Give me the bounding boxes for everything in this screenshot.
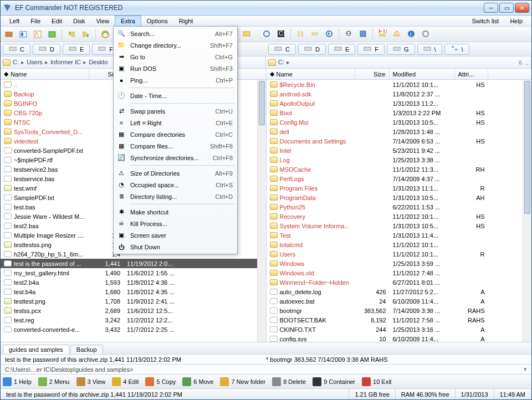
menu-item[interactable]: ▦Compare files...Shift+F8 — [115, 140, 236, 152]
command-line[interactable]: C:\Users\…er IC\Desktop\guides and sampl… — [1, 364, 531, 374]
breadcrumb[interactable]: Deskto — [89, 59, 108, 65]
file-row[interactable]: Windows1/25/2013 3:59 ... — [267, 259, 532, 268]
breadcrumb[interactable]: C: — [278, 59, 284, 65]
tool-icon[interactable] — [309, 28, 321, 40]
file-row[interactable]: Users11/1/2012 10:1...R — [267, 249, 532, 259]
tab[interactable]: Backup — [70, 345, 103, 354]
fkey-button[interactable]: 10 Exit — [362, 377, 392, 386]
tab[interactable]: guides and samples — [3, 345, 69, 354]
tool-icon[interactable] — [420, 28, 432, 40]
drive-button[interactable]: C — [268, 44, 296, 55]
file-row[interactable]: CKINFO.TXT2441/25/2013 3:16 ...A — [267, 325, 532, 334]
drive-button[interactable]: \ — [417, 44, 442, 55]
fkey-button[interactable]: 8 Delete — [272, 377, 306, 386]
tool-icon[interactable] — [391, 28, 403, 40]
menu-item[interactable]: ➡Go toCtrl+G — [115, 51, 236, 63]
breadcrumb[interactable]: C: — [13, 59, 19, 65]
file-row[interactable]: my_test_gallery.html1,49011/6/2012 1:55 … — [1, 268, 266, 278]
skull-icon[interactable] — [342, 28, 355, 40]
file-row[interactable]: Boot1/3/2013 2:22 PMHS — [267, 108, 532, 117]
file-row[interactable]: test.reg3,24211/2/2012 12:2... — [1, 315, 266, 325]
menu-item[interactable]: ▦Compare directoriesCtrl+C — [115, 129, 236, 140]
file-row[interactable]: ApolloOutput1/31/2013 11:2... — [267, 99, 532, 108]
menu-switch-list[interactable]: Switch list — [466, 16, 504, 26]
drive-button[interactable]: D — [33, 44, 60, 55]
file-row[interactable]: MSOCache11/1/2012 11:3...RH — [267, 165, 532, 174]
menu-disk[interactable]: Disk — [68, 16, 90, 26]
file-row[interactable]: $Recycle.Bin11/1/2012 10:1...HS — [267, 80, 532, 89]
menu-item[interactable]: ✱Make shortcut — [115, 206, 236, 218]
tool-icon[interactable] — [65, 28, 78, 40]
network-button[interactable]: \ — [444, 44, 469, 55]
scrollbar[interactable] — [523, 80, 531, 342]
file-row[interactable]: Config.Msi1/31/2013 10:5...HS — [267, 117, 532, 127]
tool-icon[interactable] — [323, 28, 335, 40]
column-header[interactable]: ◆Name Size Modified Attri... — [267, 69, 532, 80]
menu-help[interactable]: Help — [504, 16, 528, 26]
path-net[interactable]: \\ — [519, 59, 522, 66]
tool-icon[interactable] — [46, 28, 58, 40]
menu-item[interactable]: 🔍Search...Alt+F7 — [115, 28, 236, 39]
menu-view[interactable]: View — [90, 16, 115, 26]
fkey-button[interactable]: 1 Help — [3, 377, 32, 386]
file-row[interactable]: Documents and Settings7/14/2009 6:53 ...… — [267, 136, 532, 146]
extra-menu-dropdown[interactable]: 🔍Search...Alt+F7📁Change directory...Shif… — [113, 26, 238, 254]
tool-icon[interactable] — [32, 28, 44, 40]
menu-left[interactable]: Left — [4, 16, 25, 26]
menu-item[interactable]: ●Ping...Ctrl+P — [115, 74, 236, 86]
file-row[interactable]: auto_delete.log42611/27/2012 5:2...A — [267, 287, 532, 296]
file-row[interactable]: Log1/25/2013 3:38 ... — [267, 155, 532, 165]
file-row[interactable]: Winmend~Folder~Hidden6/27/2011 8:01 ... — [267, 278, 532, 287]
drive-button[interactable]: F — [357, 44, 385, 55]
tool-icon[interactable] — [3, 28, 15, 40]
file-row[interactable]: BOOTSECT.BAK8,19211/1/2012 7:58 ...RAHS — [267, 315, 532, 325]
file-row[interactable]: PerfLogs7/14/2009 4:37 ... — [267, 174, 532, 183]
file-row[interactable]: System Volume Informa...1/31/2013 10:5..… — [267, 221, 532, 230]
menu-right[interactable]: Right — [173, 16, 199, 26]
menu-item[interactable]: ≣Directory listing...Ctrl+D — [115, 191, 236, 202]
breadcrumb[interactable]: Users — [27, 59, 43, 65]
tool-icon[interactable] — [241, 28, 253, 40]
file-row[interactable]: Test1/31/2013 11:4... — [267, 230, 532, 240]
file-row[interactable]: dell1/28/2013 1:48 ... — [267, 127, 532, 136]
scrollbar[interactable] — [257, 80, 266, 342]
file-row[interactable]: test.b4a1,68011/8/2012 4:35 ... — [1, 287, 266, 296]
fkey-button[interactable]: 3 View — [76, 377, 106, 386]
fkey-button[interactable]: 2 Menu — [38, 377, 70, 386]
menu-item[interactable]: 🔄Synchronize directories...Ctrl+F8 — [115, 152, 236, 163]
close-button[interactable]: ✕ — [515, 3, 529, 13]
path-right[interactable]: C: ▸ \\.. — [266, 57, 531, 68]
fkey-button[interactable]: 9 Container — [313, 377, 355, 386]
file-row[interactable]: Python256/22/2011 1:53 ... — [267, 202, 532, 212]
maximize-button[interactable]: ▭ — [499, 3, 514, 13]
file-row[interactable]: testtest.png1,70811/9/2012 2:41 ... — [1, 296, 266, 306]
file-row[interactable]: test2.b4a1,59311/8/2012 4:36 ... — [1, 278, 266, 287]
menu-edit[interactable]: Edit — [46, 16, 68, 26]
file-row[interactable]: totalcmd11/1/2012 10:1... — [267, 240, 532, 249]
menu-item[interactable]: 🕐Date - Time... — [115, 90, 236, 101]
info-icon[interactable]: i — [405, 28, 417, 40]
col-name[interactable]: Name — [11, 71, 27, 78]
file-row[interactable]: android-sdk11/8/2012 2:37 ... — [267, 89, 532, 99]
tool-icon[interactable] — [357, 28, 369, 40]
tool-icon[interactable] — [17, 28, 29, 40]
tool-icon[interactable]: C:\ — [275, 28, 287, 40]
menu-item[interactable]: ⇄Swap panelsCtrl+U — [115, 105, 236, 117]
breadcrumb[interactable]: Informer IC — [50, 59, 81, 65]
path-up[interactable]: .. — [525, 59, 529, 66]
menu-item[interactable]: ▣Run DOSShift+F3 — [115, 63, 236, 74]
file-row[interactable]: Windows.old11/1/2012 7:48 ... — [267, 268, 532, 278]
col-attr[interactable]: Attri... — [455, 69, 488, 79]
fkey-button[interactable]: 4 Edit — [112, 377, 139, 386]
fkey-button[interactable]: 7 New folder — [220, 377, 265, 386]
fkey-button[interactable]: 5 Copy — [145, 377, 176, 386]
tool-icon[interactable] — [294, 28, 306, 40]
menu-item[interactable]: ▣Screen saver — [115, 229, 236, 241]
menu-item[interactable]: ⚠Size of DirectoriesAlt+F9 — [115, 167, 236, 179]
menu-item[interactable]: ◔Occupied space...Ctrl+S — [115, 179, 236, 191]
drive-button[interactable]: E — [63, 44, 90, 55]
menu-file[interactable]: File — [25, 16, 46, 26]
file-row[interactable]: ProgramData1/31/2013 10:5...AH — [267, 193, 532, 202]
drive-button[interactable]: E — [328, 44, 355, 55]
file-list-right[interactable]: $Recycle.Bin11/1/2012 10:1...HSandroid-s… — [267, 80, 532, 342]
